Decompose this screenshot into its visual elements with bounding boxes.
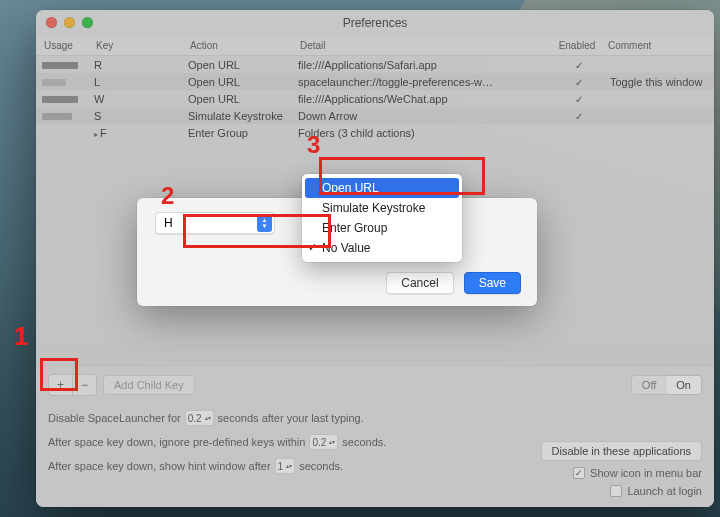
hint-window-stepper[interactable]: 1 ▴▾	[275, 458, 296, 474]
cell-action: Simulate Keystroke	[182, 110, 292, 122]
launch-login-label: Launch at login	[627, 485, 702, 497]
popup-arrows-icon: ▲▼	[257, 215, 272, 232]
add-child-key-button[interactable]: Add Child Key	[103, 375, 195, 395]
disable-for-stepper[interactable]: 0.2 ▴▾	[185, 410, 214, 426]
col-enabled[interactable]: Enabled	[552, 40, 602, 51]
usage-bar	[42, 96, 78, 103]
zoom-window-button[interactable]	[82, 17, 93, 28]
cell-action: Enter Group	[182, 127, 292, 139]
window-title: Preferences	[343, 16, 408, 30]
titlebar: Preferences	[36, 10, 714, 36]
menu-item-open-url[interactable]: Open URL	[305, 178, 459, 198]
col-usage[interactable]: Usage	[38, 40, 90, 51]
check-icon[interactable]: ✓	[575, 77, 583, 88]
cell-detail: file:///Applications/Safari.app	[292, 59, 554, 71]
remove-key-button[interactable]: −	[73, 375, 96, 395]
disclosure-icon[interactable]: ▸	[94, 130, 98, 139]
ignore-keys-label-post: seconds.	[342, 436, 386, 448]
usage-bar	[42, 79, 66, 86]
cell-action: Open URL	[182, 59, 292, 71]
add-key-button[interactable]: +	[49, 375, 73, 395]
minimize-window-button[interactable]	[64, 17, 75, 28]
col-comment[interactable]: Comment	[602, 40, 712, 51]
cell-key: S	[88, 110, 182, 122]
cancel-button[interactable]: Cancel	[386, 272, 453, 294]
menu-item-enter-group[interactable]: Enter Group	[302, 218, 462, 238]
ignore-keys-stepper[interactable]: 0.2 ▴▾	[309, 434, 338, 450]
table-row[interactable]: R Open URL file:///Applications/Safari.a…	[36, 56, 714, 73]
close-window-button[interactable]	[46, 17, 57, 28]
menu-item-simulate-keystroke[interactable]: Simulate Keystroke	[302, 198, 462, 218]
cell-action: Open URL	[182, 93, 292, 105]
table-body: R Open URL file:///Applications/Safari.a…	[36, 56, 714, 141]
cell-key: R	[88, 59, 182, 71]
toggle-on-label: On	[666, 376, 701, 394]
cell-key: L	[88, 76, 182, 88]
cell-detail: file:///Applications/WeChat.app	[292, 93, 554, 105]
hint-window-label-post: seconds.	[299, 460, 343, 472]
usage-bar	[42, 113, 72, 120]
table-row[interactable]: S Simulate Keystroke Down Arrow ✓	[36, 107, 714, 124]
key-select-popup[interactable]: H ▲▼	[155, 212, 275, 234]
cell-detail: spacelauncher://toggle-preferences-w…	[292, 76, 554, 88]
show-icon-checkbox[interactable]: ✓	[573, 467, 585, 479]
usage-bar	[42, 62, 78, 69]
show-icon-label: Show icon in menu bar	[590, 467, 702, 479]
on-off-toggle[interactable]: Off On	[631, 375, 702, 395]
cell-key: W	[88, 93, 182, 105]
table-row[interactable]: ▸F Enter Group Folders (3 child actions)	[36, 124, 714, 141]
table-header: Usage Key Action Detail Enabled Comment	[36, 36, 714, 56]
menu-item-no-value[interactable]: ✓No Value	[302, 238, 462, 258]
toggle-off-label: Off	[632, 376, 666, 394]
disable-in-apps-button[interactable]: Disable in these applications	[541, 441, 702, 461]
save-button[interactable]: Save	[464, 272, 521, 294]
hint-window-label-pre: After space key down, show hint window a…	[48, 460, 271, 472]
ignore-keys-label-pre: After space key down, ignore pre-defined…	[48, 436, 305, 448]
launch-login-checkbox[interactable]	[610, 485, 622, 497]
cell-action: Open URL	[182, 76, 292, 88]
stepper-arrows-icon: ▴▾	[205, 416, 211, 421]
cell-detail: Down Arrow	[292, 110, 554, 122]
check-icon[interactable]: ✓	[575, 60, 583, 71]
check-icon[interactable]: ✓	[575, 94, 583, 105]
key-select-value: H	[164, 216, 173, 230]
col-detail[interactable]: Detail	[294, 40, 552, 51]
cell-key: ▸F	[88, 127, 182, 139]
disable-for-label-pre: Disable SpaceLauncher for	[48, 412, 181, 424]
traffic-lights	[46, 17, 93, 28]
check-icon[interactable]: ✓	[575, 111, 583, 122]
col-key[interactable]: Key	[90, 40, 184, 51]
cell-comment: Toggle this window	[604, 76, 714, 88]
action-menu: Open URL Simulate Keystroke Enter Group …	[302, 174, 462, 262]
table-row[interactable]: W Open URL file:///Applications/WeChat.a…	[36, 90, 714, 107]
stepper-arrows-icon: ▴▾	[329, 440, 335, 445]
col-action[interactable]: Action	[184, 40, 294, 51]
disable-for-label-post: seconds after your last typing.	[218, 412, 364, 424]
stepper-arrows-icon: ▴▾	[286, 464, 292, 469]
cell-detail: Folders (3 child actions)	[292, 127, 554, 139]
check-icon: ✓	[308, 241, 317, 254]
add-remove-segment: + −	[48, 374, 97, 396]
footer: + − Add Child Key Off On Disable SpaceLa…	[36, 365, 714, 507]
table-row[interactable]: L Open URL spacelauncher://toggle-prefer…	[36, 73, 714, 90]
